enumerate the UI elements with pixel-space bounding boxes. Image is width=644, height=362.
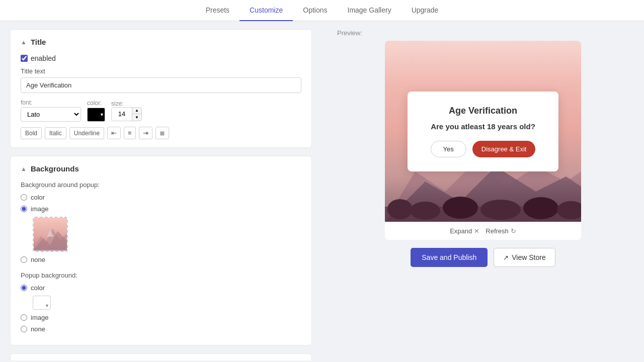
tab-upgrade[interactable]: Upgrade (401, 0, 449, 21)
size-up-btn[interactable]: ▲ (132, 108, 141, 114)
left-panel: ▲ Title enabled Title text font: Lato co… (0, 21, 322, 360)
tab-options[interactable]: Options (293, 0, 337, 21)
expand-icon: ✕ (474, 227, 479, 235)
size-label: size: (111, 100, 124, 107)
backgrounds-collapse-icon[interactable]: ▲ (21, 165, 27, 172)
popup-bg-color-swatch[interactable]: ▼ (33, 296, 51, 310)
popup-bg-none-label: none (31, 325, 45, 333)
popup-bg-color-label: color (31, 284, 45, 292)
right-panel: Preview: (322, 21, 644, 360)
popup-bg-arrow-icon: ▼ (45, 303, 49, 308)
view-store-button[interactable]: ↗ View Store (494, 248, 555, 267)
bold-button[interactable]: Bold (21, 127, 42, 139)
main-layout: ▲ Title enabled Title text font: Lato co… (0, 21, 644, 360)
tab-presets[interactable]: Presets (196, 0, 239, 21)
bg-none-option[interactable]: none (21, 256, 301, 263)
backgrounds-section-heading: Backgrounds (31, 164, 79, 173)
svg-point-8 (410, 202, 440, 220)
bg-color-radio[interactable] (21, 194, 27, 201)
view-store-label: View Store (512, 253, 545, 261)
backgrounds-section-header: ▲ Backgrounds (21, 164, 301, 173)
refresh-label: Refresh (486, 227, 509, 235)
bg-none-label: none (31, 256, 45, 263)
popup-title: Age Verification (424, 106, 542, 116)
font-label: font: (21, 99, 81, 106)
bg-preview-svg (34, 217, 67, 251)
bg-image-label: image (31, 205, 48, 213)
enabled-checkbox[interactable] (21, 55, 28, 62)
color-arrow-icon: ▼ (100, 112, 104, 117)
title-collapse-icon[interactable]: ▲ (21, 39, 27, 46)
popup-bg-color-option[interactable]: color (21, 284, 301, 292)
enabled-label: enabled (31, 54, 56, 62)
popup-question: Are you atleast 18 years old? (424, 122, 542, 131)
preview-label: Preview: (337, 29, 362, 37)
title-section-heading: Title (31, 38, 46, 46)
align-left-btn[interactable]: ⇤ (107, 127, 121, 139)
preview-bg: Age Verification Are you atleast 18 year… (385, 41, 581, 222)
svg-point-7 (387, 199, 413, 219)
bg-image-thumbnail[interactable] (33, 217, 68, 252)
popup-bg-color-radio[interactable] (21, 285, 27, 291)
popup-disagree-button[interactable]: Disagree & Exit (472, 141, 536, 157)
refresh-button[interactable]: Refresh ↻ (486, 227, 516, 235)
title-text-input[interactable] (21, 77, 301, 93)
bg-color-option[interactable]: color (21, 194, 301, 201)
svg-point-9 (443, 197, 478, 219)
external-link-icon: ↗ (503, 254, 509, 261)
popup-content-section: ▲ Popup Content (10, 353, 312, 360)
popup-bg-image-radio[interactable] (21, 314, 27, 321)
popup-bg-image-label: image (31, 314, 48, 321)
bg-around-popup-label: Background around popup: (21, 181, 301, 189)
save-publish-button[interactable]: Save and Publish (411, 248, 488, 267)
italic-button[interactable]: Italic (45, 127, 66, 139)
font-select[interactable]: Lato (21, 107, 81, 122)
expand-button[interactable]: Expand ✕ (450, 227, 479, 235)
top-nav: Presets Customize Options Image Gallery … (0, 0, 644, 21)
action-row: Save and Publish ↗ View Store (411, 248, 555, 267)
tab-customize[interactable]: Customize (239, 0, 293, 21)
popup-bg-image-option[interactable]: image (21, 314, 301, 321)
expand-label: Expand (450, 227, 472, 235)
preview-popup: Age Verification Are you atleast 18 year… (408, 92, 558, 171)
underline-button[interactable]: Underline (69, 127, 104, 139)
svg-point-10 (480, 200, 521, 220)
size-down-btn[interactable]: ▼ (132, 114, 141, 121)
title-section: ▲ Title enabled Title text font: Lato co… (10, 29, 312, 148)
align-right-btn[interactable]: ⇥ (139, 127, 152, 139)
bg-none-radio[interactable] (21, 256, 27, 263)
backgrounds-section: ▲ Backgrounds Background around popup: c… (10, 156, 312, 345)
popup-buttons: Yes Disagree & Exit (424, 141, 542, 157)
preview-controls: Expand ✕ Refresh ↻ (385, 222, 581, 240)
svg-point-11 (523, 197, 558, 219)
title-text-label: Title text (21, 67, 301, 75)
refresh-icon: ↻ (511, 227, 516, 235)
popup-bg-none-radio[interactable] (21, 326, 27, 332)
bg-image-radio[interactable] (21, 206, 27, 212)
popup-bg-label: Popup background: (21, 272, 301, 279)
color-picker[interactable]: ▼ (87, 108, 105, 122)
tab-image-gallery[interactable]: Image Gallery (338, 0, 401, 21)
font-size-input[interactable] (112, 108, 132, 121)
popup-bg-none-option[interactable]: none (21, 325, 301, 333)
color-label: color: (87, 100, 105, 107)
bg-image-preview-inner (34, 218, 67, 251)
format-row: Bold Italic Underline ⇤ ≡ ⇥ ≣ (21, 127, 301, 139)
bg-image-option[interactable]: image (21, 205, 301, 213)
align-center-btn[interactable]: ≡ (124, 127, 136, 139)
popup-yes-button[interactable]: Yes (431, 141, 466, 157)
enabled-checkbox-row: enabled (21, 54, 301, 62)
bg-color-label: color (31, 194, 45, 201)
size-spinners: ▲ ▼ (132, 108, 141, 121)
align-justify-btn[interactable]: ≣ (155, 127, 169, 139)
preview-container: Age Verification Are you atleast 18 year… (385, 41, 581, 240)
title-section-header: ▲ Title (21, 38, 301, 46)
